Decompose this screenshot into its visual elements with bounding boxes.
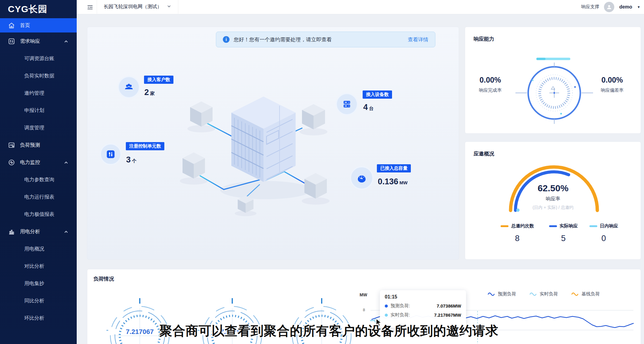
sidebar-item-label: 调度管理 bbox=[24, 124, 44, 131]
sidebar-item-power-analysis[interactable]: 用电分析 bbox=[0, 223, 77, 240]
sidebar-item-power-usage-overview[interactable]: 用电概况 bbox=[0, 240, 77, 257]
stat-number: 3 bbox=[126, 155, 131, 164]
sidebar-item-label: 首页 bbox=[20, 22, 30, 29]
legend-label: 预测负荷 bbox=[498, 291, 516, 297]
sidebar-item-label: 负荷实时数据 bbox=[24, 73, 54, 79]
capacity-stat-icon-circle bbox=[350, 166, 374, 190]
sidebar-item-demand-response[interactable]: 需求响应 bbox=[0, 32, 77, 50]
sidebar-item-label: 电力监控 bbox=[20, 159, 40, 166]
tooltip-value: 7.07386MW bbox=[437, 303, 461, 308]
brand-logo: CYG长园 bbox=[0, 0, 77, 18]
sidebar-item-label: 邀约管理 bbox=[24, 90, 44, 97]
completion-rate-metric: 0.00% 响应完成率 bbox=[471, 76, 510, 93]
sidebar-item-power-parameter-query[interactable]: 电力参数查询 bbox=[0, 171, 77, 188]
menu-collapse-icon[interactable] bbox=[87, 4, 93, 11]
legend-intraday-response[interactable]: 日内响应 0 bbox=[584, 223, 623, 243]
chevron-down-icon bbox=[167, 4, 171, 10]
view-details-link[interactable]: 查看详情 bbox=[408, 36, 428, 43]
stat-value: 3个 bbox=[126, 155, 136, 165]
stat-number: 0.136 bbox=[378, 177, 398, 186]
edge-cube bbox=[183, 152, 205, 179]
tooltip-row: 实时负荷: 7.217867MW bbox=[385, 312, 461, 318]
legend-item-realtime[interactable]: 实时负荷 bbox=[529, 291, 558, 297]
info-icon: i bbox=[223, 36, 230, 43]
legend-actual-response[interactable]: 实际响应 5 bbox=[544, 223, 583, 243]
monitor-wave-icon bbox=[8, 159, 15, 166]
control-units-stat-icon-circle bbox=[100, 143, 122, 165]
legend-label: 实时负荷 bbox=[540, 291, 558, 297]
rate-value: 62.50% bbox=[514, 183, 592, 193]
wave-icon bbox=[529, 292, 537, 296]
legend-value: 8 bbox=[493, 234, 542, 243]
tooltip-label: 实时负荷: bbox=[391, 312, 410, 318]
topbar: 长园飞轮深圳电网（测试） 响应支撑 demo ▼ bbox=[77, 0, 644, 14]
username[interactable]: demo bbox=[619, 4, 632, 10]
customers-stat-icon-circle bbox=[118, 76, 140, 98]
sidebar-item-yoy-analysis[interactable]: 同比分析 bbox=[0, 292, 77, 309]
caret-down-icon[interactable]: ▼ bbox=[637, 5, 640, 9]
sidebar-item-load-realtime-data[interactable]: 负荷实时数据 bbox=[0, 67, 77, 84]
banner-text: 您好！您有一个邀约需要处理，请立即查看 bbox=[234, 36, 332, 43]
sidebar-item-load-forecast[interactable]: 负荷预测 bbox=[0, 136, 77, 154]
sidebar-item-meter-reading[interactable]: 用电集抄 bbox=[0, 275, 77, 292]
invitation-rate-block: 62.50% 响应率 (日内 + 实际) / 总邀约 bbox=[514, 183, 592, 210]
rate-formula: (日内 + 实际) / 总邀约 bbox=[514, 205, 592, 210]
stat-badge: 已接入总容量 bbox=[377, 164, 411, 172]
sidebar-item-comparison-analysis[interactable]: 对比分析 bbox=[0, 257, 77, 275]
dot-cyan bbox=[385, 314, 388, 317]
card-title: 响应能力 bbox=[474, 36, 494, 43]
server-tower bbox=[231, 97, 296, 182]
invitation-overview-card: 应邀概况 62.50% 响应率 (日内 + 实际) / 总邀约 总邀约次数 8 … bbox=[465, 141, 641, 260]
metric-label: 响应偏差率 bbox=[589, 87, 635, 93]
sidebar-item-label: 同比分析 bbox=[24, 298, 44, 304]
forecast-icon bbox=[8, 141, 15, 149]
radar-gauge bbox=[515, 53, 594, 132]
sidebar-item-label: 电力运行报表 bbox=[24, 194, 54, 200]
response-capability-card: 响应能力 0.00% 响应完成率 0.00% 响应偏差率 bbox=[465, 27, 641, 134]
sidebar-item-power-operation-report[interactable]: 电力运行报表 bbox=[0, 188, 77, 206]
chevron-up-icon bbox=[64, 160, 68, 165]
legend-dash-blue bbox=[549, 225, 557, 227]
sidebar-item-power-monitoring[interactable]: 电力监控 bbox=[0, 154, 77, 171]
gauge-icon bbox=[356, 172, 367, 183]
stat-unit: MW bbox=[400, 180, 408, 185]
legend-item-forecast[interactable]: 预测负荷 bbox=[488, 291, 516, 297]
response-support-link[interactable]: 响应支撑 bbox=[581, 4, 599, 10]
edge-cube bbox=[302, 104, 325, 129]
sidebar-item-dispatch-management[interactable]: 调度管理 bbox=[0, 119, 77, 136]
sidebar-item-home[interactable]: 首页 bbox=[0, 18, 77, 32]
legend-label: 基线负荷 bbox=[582, 291, 600, 297]
legend-value: 0 bbox=[584, 234, 623, 243]
legend-item-baseline[interactable]: 基线负荷 bbox=[571, 291, 600, 297]
chart-legend: 预测负荷 实时负荷 基线负荷 bbox=[488, 291, 600, 297]
sidebar-item-adjustable-resources[interactable]: 可调资源台账 bbox=[0, 50, 77, 67]
card-title: 应邀概况 bbox=[474, 150, 494, 157]
metric-value: 0.00% bbox=[471, 76, 510, 84]
sidebar-item-power-extreme-report[interactable]: 电力极值报表 bbox=[0, 206, 77, 223]
stat-value: 4台 bbox=[363, 103, 374, 112]
control-unit-icon bbox=[106, 149, 116, 159]
legend-total-invitations[interactable]: 总邀约次数 8 bbox=[493, 223, 542, 243]
sidebar-item-mom-analysis[interactable]: 环比分析 bbox=[0, 309, 77, 327]
dot-blue bbox=[385, 305, 388, 308]
isometric-network-illustration bbox=[170, 90, 346, 220]
deviation-rate-metric: 0.00% 响应偏差率 bbox=[589, 76, 635, 93]
users-icon bbox=[124, 82, 134, 92]
legend-label: 实际响应 bbox=[560, 223, 578, 229]
avatar[interactable] bbox=[604, 2, 614, 12]
stat-unit: 家 bbox=[150, 91, 155, 96]
org-selector[interactable]: 长园飞轮深圳电网（测试） bbox=[97, 0, 178, 14]
stat-number: 4 bbox=[363, 103, 368, 112]
sidebar-item-label: 用电概况 bbox=[24, 246, 44, 252]
stat-unit: 台 bbox=[369, 106, 374, 111]
tooltip-value: 7.217867MW bbox=[434, 312, 461, 318]
sidebar-item-label: 需求响应 bbox=[20, 38, 40, 45]
sidebar-item-declaration-plan[interactable]: 申报计划 bbox=[0, 102, 77, 119]
sidebar-item-label: 负荷预测 bbox=[20, 142, 40, 148]
stat-value: 2家 bbox=[144, 88, 155, 97]
stat-number: 2 bbox=[144, 88, 149, 97]
legend-dash-orange bbox=[501, 225, 508, 227]
home-icon bbox=[8, 22, 15, 29]
sidebar-item-invitation-management[interactable]: 邀约管理 bbox=[0, 84, 77, 102]
sidebar-item-label: 电力极值报表 bbox=[24, 211, 54, 218]
